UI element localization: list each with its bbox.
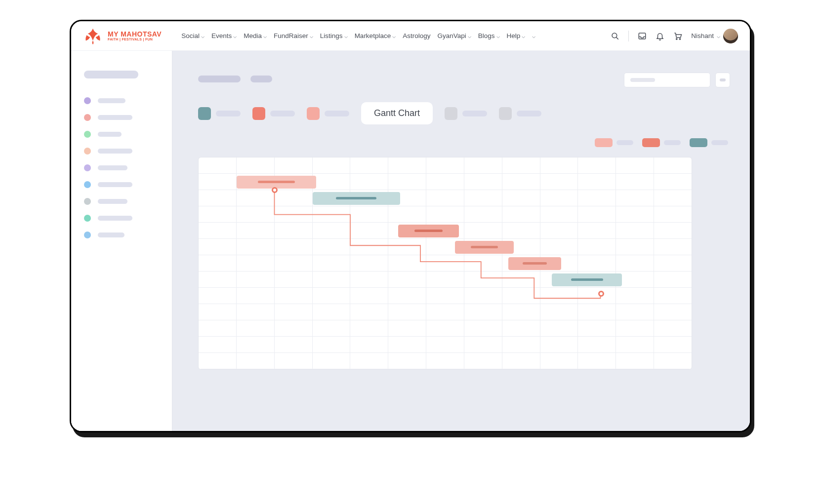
more-button[interactable] bbox=[715, 73, 730, 87]
nav-item-media[interactable]: Media⌵ bbox=[244, 32, 267, 39]
milestone-0[interactable] bbox=[272, 187, 278, 193]
nav-item-social[interactable]: Social⌵ bbox=[181, 32, 205, 39]
avatar bbox=[723, 29, 738, 43]
nav-item-blogs[interactable]: Blogs⌵ bbox=[478, 32, 500, 39]
top-actions bbox=[624, 73, 730, 87]
nav-item-help[interactable]: Help⌵ bbox=[507, 32, 526, 39]
view-tab-2[interactable] bbox=[307, 105, 349, 122]
bell-icon[interactable] bbox=[656, 32, 664, 40]
top-nav: MY MAHOTSAV FAITH | FESTIVALS | FUN Soci… bbox=[71, 21, 750, 51]
sidebar-item-2[interactable] bbox=[71, 126, 172, 143]
gantt-task-4[interactable] bbox=[508, 257, 562, 270]
gantt-row bbox=[199, 320, 692, 337]
nav-divider bbox=[628, 31, 629, 41]
sidebar-item-0[interactable] bbox=[71, 92, 172, 109]
view-tab-extra-0[interactable] bbox=[445, 105, 487, 122]
cart-icon[interactable] bbox=[673, 32, 682, 40]
view-tab-gantt[interactable]: Gantt Chart bbox=[361, 102, 433, 124]
sidebar-header bbox=[84, 71, 138, 78]
svg-point-3 bbox=[676, 38, 677, 39]
gantt-row bbox=[199, 353, 692, 369]
gantt-task-0[interactable] bbox=[237, 176, 316, 189]
search-icon[interactable] bbox=[611, 32, 619, 40]
gantt-task-3[interactable] bbox=[455, 241, 514, 254]
sidebar bbox=[71, 51, 172, 431]
legend-item-1 bbox=[642, 138, 681, 147]
svg-line-1 bbox=[616, 37, 618, 39]
gantt-chart bbox=[198, 157, 692, 370]
nav-item-marketplace[interactable]: Marketplace⌵ bbox=[355, 32, 396, 39]
sidebar-item-3[interactable] bbox=[71, 143, 172, 159]
sidebar-item-1[interactable] bbox=[71, 109, 172, 126]
logo[interactable]: MY MAHOTSAV FAITH | FESTIVALS | FUN bbox=[83, 26, 162, 46]
svg-point-4 bbox=[680, 38, 681, 39]
legend bbox=[198, 138, 730, 147]
user-name: Nishant bbox=[691, 32, 714, 39]
brand-tagline: FAITH | FESTIVALS | FUN bbox=[108, 38, 162, 41]
view-tab-1[interactable] bbox=[252, 105, 295, 122]
breadcrumb-segment[interactable] bbox=[250, 76, 272, 82]
logo-icon bbox=[83, 26, 103, 46]
nav-item-gyanvapi[interactable]: GyanVapi⌵ bbox=[437, 32, 471, 39]
body-area: Gantt Chart bbox=[71, 51, 750, 431]
svg-point-0 bbox=[612, 33, 617, 38]
user-menu[interactable]: Nishant ⌵ bbox=[691, 29, 738, 43]
nav-right: Nishant ⌵ bbox=[611, 29, 738, 43]
device-frame: MY MAHOTSAV FAITH | FESTIVALS | FUN Soci… bbox=[70, 20, 751, 432]
nav-item-fundraiser[interactable]: FundRaiser⌵ bbox=[274, 32, 313, 39]
sidebar-item-8[interactable] bbox=[71, 227, 172, 243]
breadcrumb-segment[interactable] bbox=[198, 76, 241, 82]
nav-item-events[interactable]: Events⌵ bbox=[211, 32, 237, 39]
search-input[interactable] bbox=[624, 73, 710, 87]
legend-item-0 bbox=[595, 138, 633, 147]
sidebar-item-7[interactable] bbox=[71, 210, 172, 227]
main-panel: Gantt Chart bbox=[172, 51, 750, 431]
gantt-row bbox=[199, 206, 692, 223]
brand-name: MY MAHOTSAV bbox=[108, 31, 162, 38]
inbox-icon[interactable] bbox=[638, 32, 647, 40]
gantt-row bbox=[199, 255, 692, 271]
sidebar-item-6[interactable] bbox=[71, 193, 172, 210]
view-tab-0[interactable] bbox=[198, 105, 241, 122]
gantt-row bbox=[199, 304, 692, 320]
sidebar-item-5[interactable] bbox=[71, 176, 172, 193]
gantt-task-5[interactable] bbox=[552, 273, 622, 286]
milestone-1[interactable] bbox=[598, 291, 604, 297]
sidebar-item-4[interactable] bbox=[71, 159, 172, 176]
gantt-task-1[interactable] bbox=[313, 192, 400, 205]
main-menu: Social⌵Events⌵Media⌵FundRaiser⌵Listings⌵… bbox=[181, 32, 611, 39]
gantt-row bbox=[199, 239, 692, 255]
nav-item-listings[interactable]: Listings⌵ bbox=[320, 32, 348, 39]
logo-text: MY MAHOTSAV FAITH | FESTIVALS | FUN bbox=[108, 31, 162, 41]
gantt-row bbox=[199, 337, 692, 353]
view-tabs: Gantt Chart bbox=[198, 102, 730, 124]
gantt-row bbox=[199, 157, 692, 174]
view-tab-extra-1[interactable] bbox=[499, 105, 541, 122]
chevron-down-icon: ⌵ bbox=[717, 33, 720, 39]
gantt-task-2[interactable] bbox=[398, 225, 459, 237]
nav-more[interactable]: ⌵ bbox=[532, 33, 535, 39]
gantt-row bbox=[199, 288, 692, 304]
nav-item-astrology[interactable]: Astrology bbox=[403, 32, 430, 39]
legend-item-2 bbox=[690, 138, 728, 147]
